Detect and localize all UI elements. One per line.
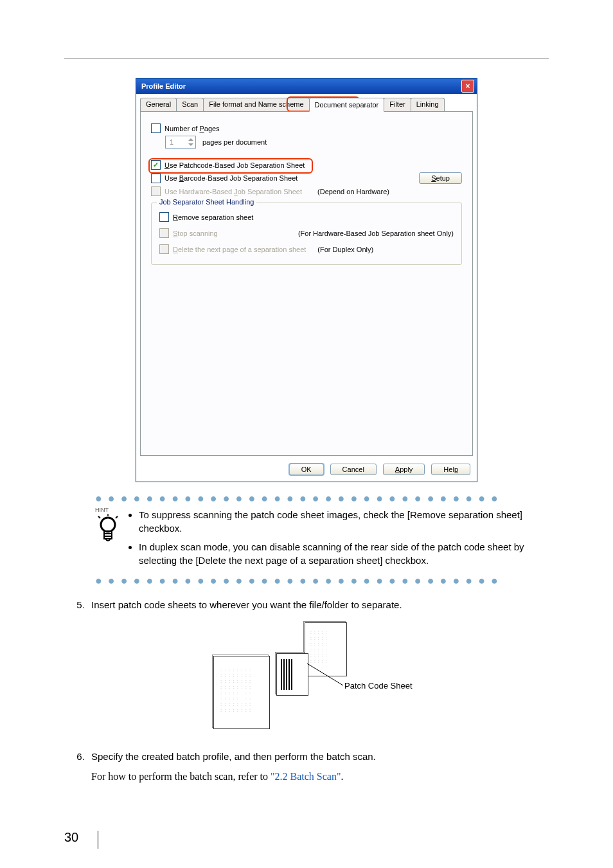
svg-line-7 [307, 664, 343, 685]
stop-scanning-note: (For Hardware-Based Job Separation sheet… [298, 230, 454, 237]
setup-button[interactable]: Setup [419, 172, 462, 184]
steps-list: Insert patch code sheets to wherever you… [69, 598, 549, 784]
tab-linking[interactable]: Linking [411, 98, 445, 111]
tab-general[interactable]: General [140, 98, 177, 111]
pages-value: 1 [170, 138, 173, 146]
illus-page-front: : : : : : : : : : : : : : : : : : : : : … [213, 656, 270, 729]
delete-next-checkbox [159, 244, 169, 254]
hint-label: HINT [95, 507, 109, 513]
hint-dots-top: ● ● ● ● ● ● ● ● ● ● ● ● ● ● ● ● ● ● ● ● … [95, 493, 549, 504]
tab-panel: Number of Pages 1 pages per document Use… [140, 111, 473, 456]
step-6-subtext: For how to perform the batch scan, refer… [91, 769, 549, 784]
job-separator-group: Job Separator Sheet Handling Remove sepa… [151, 203, 462, 265]
help-button[interactable]: Help [431, 464, 470, 475]
page-number: 30 [64, 830, 78, 845]
stop-scanning-label: Stop scanning [173, 230, 218, 237]
svg-line-2 [98, 516, 100, 518]
num-pages-checkbox[interactable] [151, 123, 161, 133]
patch-code-illustration: : : : : :: : : : :: : : : :: : : : :: : … [211, 621, 429, 737]
title-bar: Profile Editor × [136, 78, 477, 94]
svg-rect-6 [104, 536, 112, 539]
hint-icon: HINT [95, 504, 130, 575]
close-icon[interactable]: × [461, 80, 474, 93]
use-barcode-row: Use Barcode-Based Job Separation Sheet S… [151, 172, 462, 184]
remove-sheet-row: Remove separation sheet [159, 212, 454, 222]
stop-scanning-row: Stop scanning (For Hardware-Based Job Se… [159, 228, 454, 238]
delete-next-label: Delete the next page of a separation she… [173, 246, 306, 253]
cancel-button[interactable]: Cancel [330, 464, 377, 475]
header-rule [64, 58, 549, 59]
hint-item-1: To suppress scanning the patch code shee… [139, 508, 549, 535]
tab-filter[interactable]: Filter [384, 98, 411, 111]
patch-code-label: Patch Code Sheet [344, 680, 413, 692]
hint-dots-bottom: ● ● ● ● ● ● ● ● ● ● ● ● ● ● ● ● ● ● ● ● … [95, 575, 549, 586]
svg-point-0 [101, 518, 115, 532]
svg-line-3 [116, 516, 118, 518]
delete-next-row: Delete the next page of a separation she… [159, 244, 454, 254]
hint-block: ● ● ● ● ● ● ● ● ● ● ● ● ● ● ● ● ● ● ● ● … [95, 493, 549, 586]
page-number-divider [98, 831, 98, 849]
step-6: Specify the created batch profile, and t… [87, 750, 549, 784]
stop-scanning-checkbox [159, 228, 169, 238]
dialog-buttons: OK Cancel Apply Help [136, 460, 477, 482]
lightbulb-icon [95, 514, 121, 543]
use-patchcode-row: Use Patchcode-Based Job Separation Sheet [151, 160, 462, 170]
profile-editor-dialog: Profile Editor × General Scan File forma… [136, 78, 477, 482]
use-hardware-label: Use Hardware-Based Job Separation Sheet [164, 188, 302, 195]
leader-line [306, 657, 344, 689]
step-5: Insert patch code sheets to wherever you… [87, 598, 549, 737]
pages-per-doc-row: 1 pages per document [151, 136, 462, 149]
illus-patch-page [276, 653, 308, 696]
num-pages-row: Number of Pages [151, 123, 462, 133]
hardware-note: (Depend on Hardware) [317, 188, 389, 195]
hint-list: To suppress scanning the patch code shee… [139, 507, 549, 572]
tab-strip: General Scan File format and Name scheme… [136, 94, 477, 111]
remove-sheet-checkbox[interactable] [159, 212, 169, 222]
batch-scan-link[interactable]: "2.2 Batch Scan" [271, 771, 341, 782]
group-title: Job Separator Sheet Handling [157, 198, 256, 206]
hint-item-2: In duplex scan mode, you can disable sca… [139, 540, 549, 567]
tab-document-separator[interactable]: Document separator [309, 98, 385, 112]
use-barcode-checkbox[interactable] [151, 174, 161, 183]
step-6-text: Specify the created batch profile, and t… [91, 751, 376, 762]
tab-scan[interactable]: Scan [176, 98, 204, 111]
window-title: Profile Editor [139, 82, 461, 90]
num-pages-label: Number of Pages [164, 125, 220, 132]
apply-button[interactable]: Apply [383, 464, 425, 475]
tab-file-format[interactable]: File format and Name scheme [203, 98, 309, 111]
ok-button[interactable]: OK [289, 464, 324, 475]
use-patchcode-checkbox[interactable] [151, 160, 161, 170]
pages-per-doc-label: pages per document [202, 138, 267, 146]
spinner-arrows-icon [188, 138, 194, 147]
use-barcode-label: Use Barcode-Based Job Separation Sheet [164, 174, 298, 182]
delete-next-note: (For Duplex Only) [317, 246, 373, 253]
use-patchcode-label: Use Patchcode-Based Job Separation Sheet [164, 161, 305, 169]
step-5-text: Insert patch code sheets to wherever you… [91, 599, 402, 610]
use-hardware-row: Use Hardware-Based Job Separation Sheet … [151, 186, 462, 196]
remove-sheet-label: Remove separation sheet [173, 213, 253, 221]
use-hardware-checkbox [151, 186, 161, 196]
pages-spinner[interactable]: 1 [165, 136, 196, 149]
